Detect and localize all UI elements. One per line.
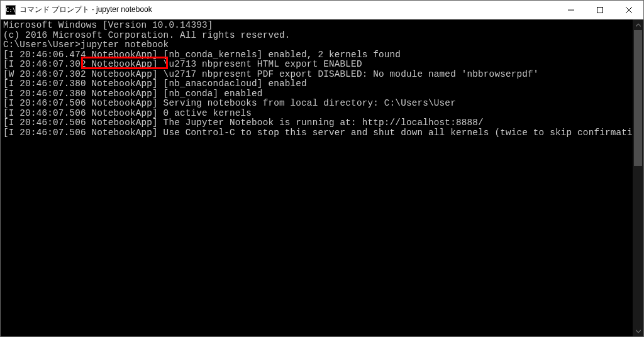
window-title: コマンド プロンプト - jupyter notebook — [19, 4, 152, 15]
maximize-button[interactable] — [586, 1, 614, 19]
chevron-down-icon — [636, 329, 641, 334]
terminal-line: [I 20:46:07.506 NotebookApp] Use Control… — [3, 128, 633, 138]
terminal-line: [I 20:46:06.474 NotebookApp] [nb_conda_k… — [3, 50, 633, 60]
terminal-line: [I 20:46:07.506 NotebookApp] Serving not… — [3, 99, 633, 109]
close-icon — [626, 7, 632, 13]
client-area: Microsoft Windows [Version 10.0.14393](c… — [1, 19, 643, 336]
chevron-up-icon — [636, 23, 641, 28]
terminal-line: [I 20:46:07.506 NotebookApp] The Jupyter… — [3, 118, 633, 128]
scrollbar-down-button[interactable] — [633, 326, 643, 336]
terminal-line: [I 20:46:07.380 NotebookApp] [nb_conda] … — [3, 89, 633, 99]
vertical-scrollbar[interactable] — [633, 19, 643, 336]
scrollbar-up-button[interactable] — [633, 19, 643, 30]
minimize-icon — [568, 7, 574, 13]
terminal-line: [I 20:46:07.302 NotebookApp] \u2713 nbpr… — [3, 60, 633, 70]
terminal-line: [I 20:46:07.380 NotebookApp] [nb_anacond… — [3, 79, 633, 89]
close-button[interactable] — [614, 1, 643, 19]
maximize-icon — [597, 7, 603, 13]
scrollbar-thumb[interactable] — [634, 30, 642, 166]
terminal-line: C:\Users\User>jupyter notebook — [3, 40, 633, 50]
terminal-line: [W 20:46:07.302 NotebookApp] \u2717 nbpr… — [3, 70, 633, 80]
titlebar[interactable]: C:\ コマンド プロンプト - jupyter notebook — [1, 1, 643, 19]
terminal-output[interactable]: Microsoft Windows [Version 10.0.14393](c… — [1, 19, 633, 336]
scrollbar-track[interactable] — [633, 30, 643, 326]
minimize-button[interactable] — [557, 1, 586, 19]
command-prompt-window: C:\ コマンド プロンプト - jupyter notebook Micros… — [0, 0, 644, 337]
cmd-icon: C:\ — [6, 5, 16, 15]
terminal-line: Microsoft Windows [Version 10.0.14393] — [3, 21, 633, 31]
svg-rect-0 — [597, 7, 603, 13]
terminal-line: [I 20:46:07.506 NotebookApp] 0 active ke… — [3, 109, 633, 119]
terminal-line: (c) 2016 Microsoft Corporation. All righ… — [3, 31, 633, 41]
